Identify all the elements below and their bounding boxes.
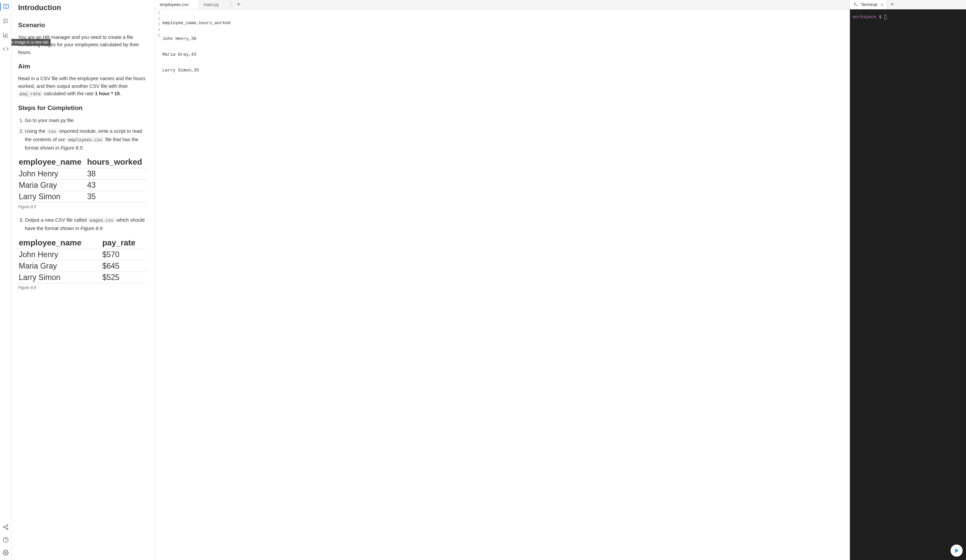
steps-list-cont: Output a new CSV file called wages.csv w…	[18, 216, 146, 232]
tab-separator	[232, 2, 232, 7]
table-row: John Henry$570	[18, 249, 146, 260]
sidebar-chart-icon[interactable]	[0, 31, 12, 39]
image-tooltip: Open image in a new tab	[12, 39, 51, 46]
svg-marker-9	[955, 548, 959, 553]
run-button[interactable]	[951, 545, 963, 557]
table-header: hours_worked	[87, 156, 146, 168]
table-row: Maria Gray43	[18, 180, 146, 191]
figure-caption: Figure 8.6	[18, 285, 146, 290]
instructions-panel: Open image in a new tab Introduction Sce…	[12, 0, 155, 560]
steps-list: Go to your main.py file. Using the csv i…	[18, 117, 146, 152]
line-gutter: 12345	[155, 9, 163, 560]
code-wages-csv: wages.csv	[88, 217, 115, 223]
svg-line-3	[5, 526, 7, 527]
table-header: employee_name	[18, 156, 87, 168]
tab-main-py[interactable]: main.py	[199, 0, 229, 9]
table-row: John Henry38	[18, 168, 146, 180]
step-1: Go to your main.py file.	[25, 117, 146, 125]
table-row: Larry Simon$525	[18, 272, 146, 283]
code-csv: csv	[47, 128, 58, 134]
sidebar-checklist-icon[interactable]	[0, 17, 12, 25]
sidebar-gear-icon[interactable]	[0, 549, 12, 557]
terminal-tab[interactable]: Terminal ×	[850, 0, 887, 9]
terminal-panel: Terminal × + workspace $	[850, 0, 966, 560]
tab-employees-csv[interactable]: employees.csv	[155, 0, 199, 9]
code-employees-csv: employees.csv	[66, 137, 104, 143]
svg-point-0	[7, 525, 8, 527]
sidebar	[0, 0, 12, 560]
terminal-prompt: workspace $	[853, 14, 884, 19]
step-2: Using the csv imported module, write a s…	[25, 127, 146, 152]
page-title: Introduction	[18, 3, 146, 12]
add-terminal-button[interactable]: +	[887, 0, 897, 9]
table-header: pay_rate	[102, 237, 146, 249]
terminal-tab-bar: Terminal × +	[850, 0, 966, 9]
code-editor[interactable]: 12345 employee_name,hours_worked John He…	[155, 9, 849, 560]
svg-point-1	[3, 527, 5, 528]
sidebar-code-icon[interactable]	[0, 45, 12, 53]
editor-tab-bar: employees.csv main.py +	[155, 0, 849, 9]
table-row: Maria Gray$645	[18, 260, 146, 272]
step-3: Output a new CSV file called wages.csv w…	[25, 216, 146, 232]
aim-paragraph: Read in a CSV file with the employee nam…	[18, 75, 146, 97]
heading-steps: Steps for Completion	[18, 104, 146, 112]
terminal-cursor	[884, 15, 887, 20]
svg-line-4	[5, 527, 7, 529]
table-row: Larry Simon35	[18, 191, 146, 202]
heading-aim: Aim	[18, 63, 146, 70]
terminal-body[interactable]: workspace $	[850, 9, 966, 560]
close-icon[interactable]: ×	[880, 2, 884, 7]
figure-8-5-table: employee_name hours_worked John Henry38 …	[18, 156, 146, 202]
add-tab-button[interactable]: +	[234, 0, 244, 9]
sidebar-share-icon[interactable]	[0, 523, 12, 531]
table-header: employee_name	[18, 237, 102, 249]
code-content: employee_name,hours_worked John Henry,38…	[163, 9, 230, 560]
sidebar-book-icon[interactable]	[0, 3, 12, 11]
figure-caption: Figure 8.5	[18, 205, 146, 209]
editor-panel: employees.csv main.py + 12345 employee_n…	[155, 0, 850, 560]
terminal-icon	[853, 2, 858, 7]
svg-point-2	[7, 528, 8, 530]
svg-point-7	[5, 552, 7, 553]
sidebar-help-icon[interactable]	[0, 536, 12, 544]
figure-8-6-table: employee_name pay_rate John Henry$570 Ma…	[18, 237, 146, 283]
heading-scenario: Scenario	[18, 21, 146, 29]
code-pay-rate: pay_rate	[18, 91, 43, 97]
